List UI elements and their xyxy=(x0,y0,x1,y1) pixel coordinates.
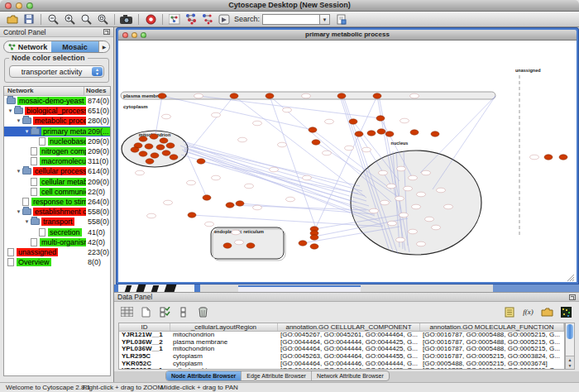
tree-item[interactable]: multi-organism pro 42(0) xyxy=(4,237,110,247)
small-network-icon[interactable] xyxy=(166,12,183,26)
tree-item[interactable]: nucleobase- 209(0) xyxy=(4,136,110,146)
attribute-table-icon[interactable] xyxy=(120,305,134,319)
node-color-selection-group: Node color selection transporter activit… xyxy=(4,58,109,83)
main-toolbar: Search: ▼ xyxy=(0,12,579,27)
select-attributes-icon[interactable] xyxy=(158,305,172,319)
tab-overflow-arrow[interactable]: ▶ xyxy=(98,41,109,52)
tab-edge-attribute-browser[interactable]: Edge Attribute Browser xyxy=(242,371,312,380)
disclosure-triangle-icon[interactable]: ▼ xyxy=(15,209,22,214)
zoom-selected-icon[interactable] xyxy=(78,12,94,26)
save-icon[interactable] xyxy=(21,12,37,26)
file-icon xyxy=(39,137,45,146)
advanced-search-icon[interactable] xyxy=(333,12,350,26)
workspace: primary metabolic process plasma membran… xyxy=(114,27,579,382)
tree-item[interactable]: nitrogen compo 209(0) xyxy=(4,146,110,156)
app-titlebar: Cytoscape Desktop (New Session) xyxy=(0,0,579,12)
tree-item[interactable]: ▼ transport 558(0) xyxy=(4,217,110,227)
snapshot-icon[interactable] xyxy=(118,12,135,26)
tree-item[interactable]: Overview 8(0) xyxy=(4,257,110,267)
app-title: Cytoscape Desktop (New Session) xyxy=(0,1,579,9)
zoom-fit-icon[interactable] xyxy=(94,12,111,26)
table-row[interactable]: YPL036W__1mitochondrion [GO:0044464, GO:… xyxy=(119,346,564,353)
matrix-icon[interactable] xyxy=(559,305,573,319)
import-attributes-icon[interactable] xyxy=(540,305,554,319)
tree-item[interactable]: response to stimul 264(0) xyxy=(4,197,110,207)
tree-item[interactable]: ▼ biological_process 651(0) xyxy=(4,106,110,116)
help-ring-icon[interactable] xyxy=(142,12,159,26)
disclosure-triangle-icon[interactable]: ▼ xyxy=(23,219,31,224)
network-view-window: primary metabolic process plasma membran… xyxy=(116,27,579,284)
tree-item-selected[interactable]: ▼ primary metabo 209(... xyxy=(4,127,110,136)
table-row[interactable]: YLR295Ccytoplasm [GO:0045263, GO:0044464… xyxy=(119,352,564,360)
tree-col-network[interactable]: Network xyxy=(4,87,84,95)
tab-network[interactable]: Network xyxy=(4,41,51,52)
zoom-in-icon[interactable] xyxy=(61,12,78,26)
status-bar: Welcome to Cytoscape 2.8.1 Right-click +… xyxy=(0,382,579,392)
selected-nodes[interactable] xyxy=(131,93,567,249)
tab-node-attribute-browser[interactable]: Node Attribute Browser xyxy=(166,371,242,380)
node-color-dropdown[interactable]: transporter activity ▲▼ xyxy=(9,65,104,78)
zoom-out-icon[interactable] xyxy=(45,12,61,26)
col-id[interactable]: ID xyxy=(119,323,170,331)
group-title: Node color selection xyxy=(9,54,88,62)
data-panel: Data Panel xyxy=(114,292,579,371)
attribute-list-icon[interactable] xyxy=(502,305,516,319)
table-row[interactable]: YPL036W__2plasma membrane [GO:0044464, G… xyxy=(119,338,564,346)
file-icon xyxy=(7,248,14,256)
tree-item[interactable]: secretion 41(0) xyxy=(4,227,110,237)
disclosure-triangle-icon[interactable]: ▼ xyxy=(7,108,14,113)
col-cellular-layout-region[interactable]: _cellularLayoutRegion xyxy=(170,323,278,331)
folder-icon xyxy=(22,208,31,215)
tree-item[interactable]: ▼ metabolic process 280(0) xyxy=(4,116,110,126)
tree-item[interactable]: macromolecule 311(0) xyxy=(4,156,110,166)
table-row[interactable]: YJR121W__1mitochondrion [GO:0045267, GO:… xyxy=(119,332,564,339)
arrow-box-icon[interactable] xyxy=(216,12,232,26)
unselect-attributes-icon[interactable] xyxy=(177,305,191,319)
scrollbar-thumb[interactable] xyxy=(567,324,573,339)
attribute-browser-tabs: Node Attribute Browser Edge Attribute Br… xyxy=(165,370,390,381)
blue-red-network-icon[interactable] xyxy=(183,12,199,26)
scrollbar-arrows[interactable]: ▲▼ xyxy=(566,356,574,369)
float-data-panel-icon[interactable] xyxy=(569,294,576,300)
tree-item[interactable]: mosaic-demo-yeast 874(0) xyxy=(4,96,110,106)
tree-item[interactable]: ▼ establishment of lo 558(0) xyxy=(4,207,110,217)
open-file-icon[interactable] xyxy=(4,12,21,26)
tree-item[interactable]: cellular metabo 209(0) xyxy=(4,177,110,187)
disclosure-triangle-icon[interactable]: ▼ xyxy=(23,129,31,134)
disclosure-triangle-icon[interactable]: ▼ xyxy=(15,169,22,174)
disclosure-triangle-icon[interactable]: ▼ xyxy=(15,118,22,123)
float-panel-icon[interactable] xyxy=(103,29,110,35)
new-attribute-icon[interactable] xyxy=(139,305,153,319)
tab-network-attribute-browser[interactable]: Network Attribute Browser xyxy=(312,371,389,380)
network-tab-icon xyxy=(8,43,16,50)
tab-mosaic[interactable]: Mosaic xyxy=(51,41,98,52)
col-go-molecular-function[interactable]: annotation.GO MOLECULAR_FUNCTION xyxy=(420,323,564,331)
network-canvas[interactable]: plasma membrane cytoplasm mitochondrion … xyxy=(118,41,577,282)
folder-icon xyxy=(7,98,16,104)
compartment-nucleus[interactable]: nucleus xyxy=(351,141,481,255)
network-tree: Network Nodes mosaic-demo-yeast 874(0) ▼… xyxy=(3,86,111,376)
red-network-icon[interactable] xyxy=(199,12,216,26)
table-row[interactable]: YKR052Ccytoplasm [GO:0044464, GO:0044446… xyxy=(119,360,564,367)
col-go-cellular-component[interactable]: annotation.GO CELLULAR_COMPONENT xyxy=(278,323,420,331)
status-zoom-hint: Right-click + drag to ZOOM xyxy=(83,384,163,391)
node-labels[interactable] xyxy=(136,93,539,246)
table-scrollbar[interactable]: ▲▼ xyxy=(565,323,575,370)
network-window-titlebar[interactable]: primary metabolic process xyxy=(118,30,577,41)
status-pan-hint: Middle-click + drag to PAN xyxy=(160,384,238,391)
tree-item[interactable]: unassigned 223(0) xyxy=(4,247,110,257)
compartment-unassigned[interactable]: unassigned xyxy=(515,68,541,236)
function-builder-icon[interactable]: f(x) xyxy=(521,305,535,319)
folder-icon xyxy=(31,128,40,135)
tree-item[interactable]: ▼ cellular process 614(0) xyxy=(4,166,110,176)
delete-attribute-icon[interactable] xyxy=(196,305,210,319)
resize-grip-icon[interactable] xyxy=(567,275,574,281)
tab-mosaic-label: Mosaic xyxy=(62,43,88,51)
tree-item[interactable]: cell communicat 22(0) xyxy=(4,187,110,197)
tree-col-nodes[interactable]: Nodes xyxy=(84,87,110,95)
folder-icon xyxy=(22,117,31,124)
data-panel-title: Data Panel xyxy=(117,293,152,301)
table-row[interactable]: YDR039C__1mitochondrion [GO:0044464, GO:… xyxy=(119,366,564,370)
search-dropdown-arrow[interactable]: ▼ xyxy=(320,14,330,25)
search-input[interactable] xyxy=(262,14,320,25)
